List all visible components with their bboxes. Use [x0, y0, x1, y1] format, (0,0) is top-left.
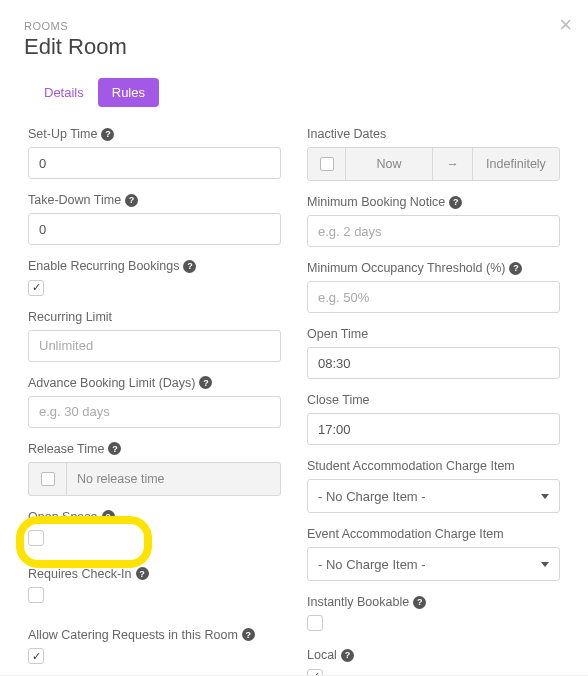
label-text: Advance Booking Limit (Days): [28, 376, 195, 390]
student-charge-select[interactable]: - No Charge Item -: [307, 479, 560, 513]
label-text: Allow Catering Requests in this Room: [28, 628, 238, 642]
label-text: Close Time: [307, 393, 370, 407]
event-charge-label: Event Accommodation Charge Item: [307, 527, 560, 541]
allow-catering-label: Allow Catering Requests in this Room ?: [28, 628, 281, 642]
page-title: Edit Room: [24, 34, 564, 60]
open-space-label: Open Space ?: [28, 510, 281, 524]
tabs: Details Rules: [30, 78, 564, 107]
inactive-dates-indef[interactable]: Indefinitely: [473, 148, 559, 180]
setup-time-input[interactable]: [28, 147, 281, 179]
instantly-bookable-label: Instantly Bookable ?: [307, 595, 560, 609]
label-text: Inactive Dates: [307, 127, 386, 141]
help-icon[interactable]: ?: [341, 649, 354, 662]
release-time-text[interactable]: No release time: [67, 463, 280, 495]
min-occupancy-input[interactable]: [307, 281, 560, 313]
label-text: Local: [307, 648, 337, 662]
help-icon[interactable]: ?: [449, 196, 462, 209]
takedown-time-label: Take-Down Time ?: [28, 193, 281, 207]
setup-time-label: Set-Up Time ?: [28, 127, 281, 141]
local-label: Local ?: [307, 648, 560, 662]
label-text: Take-Down Time: [28, 193, 121, 207]
label-text: Minimum Booking Notice: [307, 195, 445, 209]
local-checkbox[interactable]: ✓: [307, 669, 323, 677]
advance-limit-label: Advance Booking Limit (Days) ?: [28, 376, 281, 390]
breadcrumb: ROOMS: [24, 20, 564, 32]
help-icon[interactable]: ?: [199, 376, 212, 389]
inactive-dates-now[interactable]: Now: [346, 148, 433, 180]
caret-down-icon: [541, 562, 549, 567]
recurring-limit-input[interactable]: [28, 330, 281, 362]
min-occupancy-label: Minimum Occupancy Threshold (%) ?: [307, 261, 560, 275]
open-time-label: Open Time: [307, 327, 560, 341]
help-icon[interactable]: ?: [102, 510, 115, 523]
help-icon[interactable]: ?: [183, 260, 196, 273]
label-text: Minimum Occupancy Threshold (%): [307, 261, 505, 275]
min-notice-label: Minimum Booking Notice ?: [307, 195, 560, 209]
help-icon[interactable]: ?: [108, 442, 121, 455]
arrow-right-icon: →: [433, 148, 473, 180]
student-charge-label: Student Accommodation Charge Item: [307, 459, 560, 473]
inactive-dates-group: Now → Indefinitely: [307, 147, 560, 181]
close-time-label: Close Time: [307, 393, 560, 407]
label-text: Open Time: [307, 327, 368, 341]
help-icon[interactable]: ?: [101, 128, 114, 141]
allow-catering-checkbox[interactable]: ✓: [28, 648, 44, 664]
help-icon[interactable]: ?: [242, 628, 255, 641]
help-icon[interactable]: ?: [413, 596, 426, 609]
release-time-checkbox[interactable]: [29, 463, 67, 495]
open-time-input[interactable]: [307, 347, 560, 379]
release-time-group: No release time: [28, 462, 281, 496]
advance-limit-input[interactable]: [28, 396, 281, 428]
takedown-time-input[interactable]: [28, 213, 281, 245]
close-icon[interactable]: ×: [559, 14, 572, 36]
enable-recurring-label: Enable Recurring Bookings ?: [28, 259, 281, 273]
open-space-checkbox[interactable]: [28, 530, 44, 546]
inactive-dates-label: Inactive Dates: [307, 127, 560, 141]
tab-details[interactable]: Details: [30, 78, 98, 107]
label-text: Event Accommodation Charge Item: [307, 527, 504, 541]
recurring-limit-label: Recurring Limit: [28, 310, 281, 324]
help-icon[interactable]: ?: [136, 567, 149, 580]
event-charge-select[interactable]: - No Charge Item -: [307, 547, 560, 581]
inactive-dates-checkbox[interactable]: [308, 148, 346, 180]
label-text: Recurring Limit: [28, 310, 112, 324]
label-text: Enable Recurring Bookings: [28, 259, 179, 273]
label-text: Release Time: [28, 442, 104, 456]
label-text: Open Space: [28, 510, 98, 524]
label-text: Requires Check-In: [28, 567, 132, 581]
select-value: - No Charge Item -: [318, 489, 426, 504]
release-time-label: Release Time ?: [28, 442, 281, 456]
label-text: Student Accommodation Charge Item: [307, 459, 515, 473]
select-value: - No Charge Item -: [318, 557, 426, 572]
min-notice-input[interactable]: [307, 215, 560, 247]
instantly-bookable-checkbox[interactable]: [307, 615, 323, 631]
help-icon[interactable]: ?: [509, 262, 522, 275]
requires-checkin-checkbox[interactable]: [28, 587, 44, 603]
close-time-input[interactable]: [307, 413, 560, 445]
enable-recurring-checkbox[interactable]: ✓: [28, 280, 44, 296]
label-text: Instantly Bookable: [307, 595, 409, 609]
requires-checkin-label: Requires Check-In ?: [28, 567, 281, 581]
help-icon[interactable]: ?: [125, 194, 138, 207]
tab-rules[interactable]: Rules: [98, 78, 159, 107]
caret-down-icon: [541, 494, 549, 499]
label-text: Set-Up Time: [28, 127, 97, 141]
